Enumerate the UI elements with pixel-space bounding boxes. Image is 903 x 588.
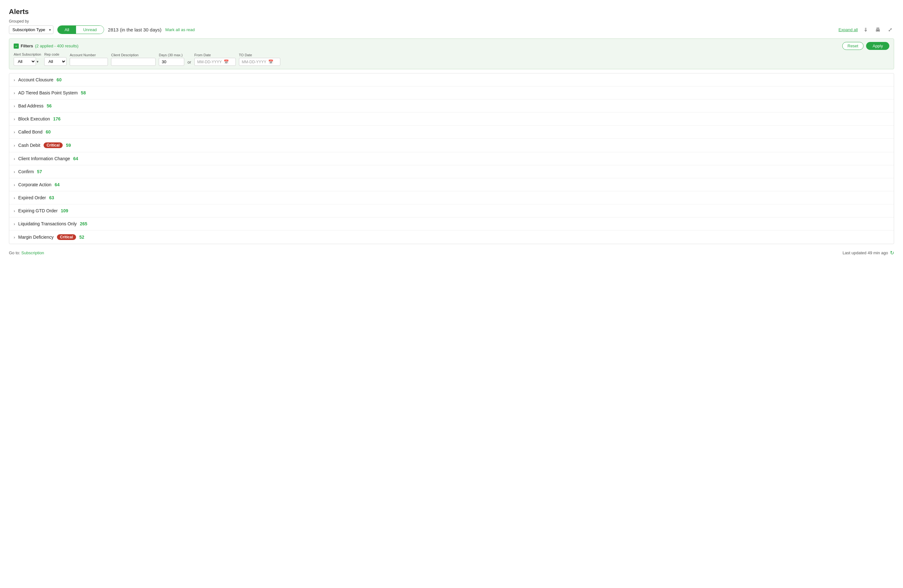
from-date-input[interactable]: MM-DD-YYYY 📅 bbox=[194, 58, 236, 66]
days-input[interactable] bbox=[159, 58, 184, 66]
print-icon: 🖶 bbox=[875, 27, 880, 33]
filter-icon: − bbox=[14, 44, 19, 49]
alert-name: Cash Debit bbox=[18, 143, 40, 148]
from-date-placeholder: MM-DD-YYYY bbox=[197, 60, 222, 64]
download-icon: ⇓ bbox=[864, 27, 868, 33]
rep-code-select[interactable]: All bbox=[44, 57, 66, 66]
alert-count-number: 57 bbox=[37, 169, 42, 174]
mark-all-read-link[interactable]: Mark all as read bbox=[165, 27, 195, 32]
page-title: Alerts bbox=[9, 8, 894, 16]
alert-count-number: 56 bbox=[47, 103, 52, 108]
from-date-label: From Date bbox=[194, 53, 236, 57]
alert-subscription-select-wrap: All bbox=[14, 57, 41, 66]
alert-count: 2813 (in the last 30 days) bbox=[108, 27, 161, 33]
chevron-right-icon: › bbox=[14, 235, 15, 240]
critical-badge: Critical bbox=[57, 234, 76, 240]
download-button[interactable]: ⇓ bbox=[862, 25, 870, 34]
from-date-field: From Date MM-DD-YYYY 📅 bbox=[194, 53, 236, 66]
to-date-input[interactable]: MM-DD-YYYY 📅 bbox=[239, 58, 280, 66]
alert-name: Expired Order bbox=[18, 195, 46, 200]
alert-row[interactable]: ›Bad Address56 bbox=[9, 99, 894, 113]
alert-name: AD Tiered Basis Point System bbox=[18, 90, 78, 96]
chevron-right-icon: › bbox=[14, 103, 15, 108]
alert-row[interactable]: ›Liquidating Transactions Only265 bbox=[9, 217, 894, 230]
subscription-type-select[interactable]: Subscription Type bbox=[9, 25, 53, 34]
alert-row[interactable]: ›AD Tiered Basis Point System58 bbox=[9, 86, 894, 99]
alert-subscription-field: Alert Subscription All bbox=[14, 52, 41, 66]
to-date-label: TO Date bbox=[239, 53, 280, 57]
print-button[interactable]: 🖶 bbox=[873, 26, 882, 34]
subscription-link[interactable]: Subscription bbox=[21, 251, 44, 255]
rep-code-label: Rep code bbox=[44, 52, 66, 56]
alert-count-number: 63 bbox=[49, 195, 54, 200]
alert-row[interactable]: ›Expiring GTD Order109 bbox=[9, 204, 894, 217]
account-number-input[interactable] bbox=[70, 58, 108, 66]
filters-text: Filters bbox=[21, 44, 33, 48]
filter-fields: Alert Subscription All Rep code All Acco… bbox=[14, 52, 889, 66]
rep-code-select-wrap: All bbox=[44, 57, 66, 66]
alert-subscription-select[interactable]: All bbox=[14, 57, 36, 66]
filters-label: − Filters (2 applied - 400 results) bbox=[14, 44, 79, 49]
top-bar: Subscription Type All Unread 2813 (in th… bbox=[9, 25, 894, 34]
chevron-right-icon: › bbox=[14, 209, 15, 213]
alert-name: Block Execution bbox=[18, 116, 50, 121]
alert-name: Bad Address bbox=[18, 103, 43, 108]
account-number-label: Account Number bbox=[70, 53, 108, 57]
days-label: Days (30 max.) bbox=[159, 53, 184, 57]
or-label: or bbox=[187, 60, 191, 66]
to-date-calendar-icon: 📅 bbox=[268, 60, 273, 64]
alert-row[interactable]: ›Cash DebitCritical59 bbox=[9, 139, 894, 152]
filter-actions: Reset Apply bbox=[842, 42, 890, 50]
alert-row[interactable]: ›Expired Order63 bbox=[9, 191, 894, 204]
alert-count-number: 64 bbox=[55, 182, 60, 187]
account-number-field: Account Number bbox=[70, 53, 108, 66]
chevron-right-icon: › bbox=[14, 196, 15, 200]
rep-code-field: Rep code All bbox=[44, 52, 66, 66]
client-description-label: Client Description bbox=[111, 53, 156, 57]
chevron-right-icon: › bbox=[14, 169, 15, 174]
alert-row[interactable]: ›Client Information Change64 bbox=[9, 152, 894, 165]
reset-button[interactable]: Reset bbox=[842, 42, 864, 50]
alert-row[interactable]: ›Account Clousure60 bbox=[9, 74, 894, 86]
chevron-right-icon: › bbox=[14, 182, 15, 187]
alert-count-number: 52 bbox=[79, 235, 84, 240]
footer-right: Last updated 49 min ago ↻ bbox=[843, 250, 894, 256]
chevron-right-icon: › bbox=[14, 78, 15, 82]
apply-button[interactable]: Apply bbox=[866, 42, 889, 50]
filters-header: − Filters (2 applied - 400 results) Rese… bbox=[14, 42, 889, 50]
alert-row[interactable]: ›Corporate Action64 bbox=[9, 178, 894, 191]
chevron-right-icon: › bbox=[14, 117, 15, 121]
last-updated-text: Last updated 49 min ago bbox=[843, 251, 888, 255]
footer: Go to: Subscription Last updated 49 min … bbox=[9, 250, 894, 256]
external-link-button[interactable]: ⤢ bbox=[886, 25, 894, 34]
alert-row[interactable]: ›Block Execution176 bbox=[9, 113, 894, 125]
refresh-icon[interactable]: ↻ bbox=[890, 250, 894, 256]
go-to-label: Go to: bbox=[9, 251, 20, 255]
alert-count-number: 59 bbox=[66, 143, 71, 148]
days-field: Days (30 max.) bbox=[159, 53, 184, 66]
alert-subscription-label: Alert Subscription bbox=[14, 52, 41, 56]
chevron-right-icon: › bbox=[14, 156, 15, 161]
alert-count-number: 60 bbox=[46, 129, 51, 135]
alert-row[interactable]: ›Confirm57 bbox=[9, 165, 894, 178]
alert-name: Client Information Change bbox=[18, 156, 70, 161]
alert-name: Called Bond bbox=[18, 129, 42, 135]
all-toggle-btn[interactable]: All bbox=[58, 26, 76, 34]
expand-all-button[interactable]: Expand all bbox=[838, 27, 858, 32]
alert-name: Account Clousure bbox=[18, 77, 53, 82]
chevron-right-icon: › bbox=[14, 143, 15, 148]
unread-toggle-btn[interactable]: Unread bbox=[76, 26, 104, 34]
chevron-right-icon: › bbox=[14, 130, 15, 135]
filters-applied-text: (2 applied - 400 results) bbox=[35, 44, 79, 48]
all-unread-toggle: All Unread bbox=[57, 25, 104, 34]
alert-row[interactable]: ›Margin DeficiencyCritical52 bbox=[9, 230, 894, 244]
client-description-input[interactable] bbox=[111, 58, 156, 66]
footer-left: Go to: Subscription bbox=[9, 251, 44, 255]
alert-count-number: 60 bbox=[57, 77, 62, 82]
alert-row[interactable]: ›Called Bond60 bbox=[9, 125, 894, 139]
alert-count-number: 176 bbox=[53, 116, 60, 121]
alert-count-number: 265 bbox=[80, 221, 87, 226]
chevron-right-icon: › bbox=[14, 91, 15, 96]
count-suffix: (in the last 30 days) bbox=[118, 27, 161, 33]
count-number: 2813 bbox=[108, 27, 118, 33]
